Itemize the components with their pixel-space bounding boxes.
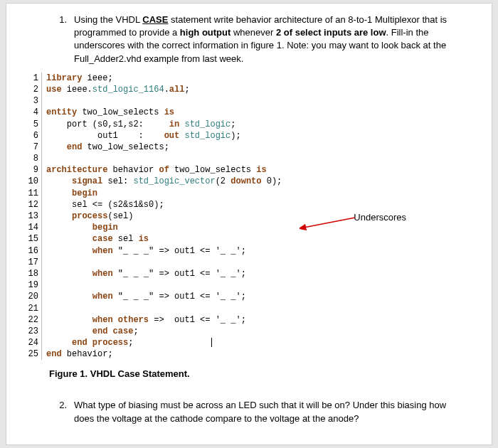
code-line: 5 port (s0,s1,s2: in std_logic; bbox=[23, 119, 463, 130]
line-number: 23 bbox=[23, 326, 42, 337]
code-listing: Underscores 1library ieee;2use ieee.std_… bbox=[21, 73, 463, 361]
code-content: architecture behavior of two_low_selects… bbox=[46, 164, 267, 176]
code-line: 7 end two_low_selects; bbox=[23, 142, 463, 153]
code-line: 16 when "_ _ _" => out1 <= '_ _'; bbox=[23, 245, 463, 257]
line-number: 15 bbox=[23, 233, 42, 245]
question-1-text: Using the VHDL CASE statement write beha… bbox=[74, 14, 463, 65]
line-number: 9 bbox=[23, 164, 42, 176]
code-line: 14 begin bbox=[23, 222, 463, 233]
line-number: 19 bbox=[23, 279, 42, 291]
code-line: 15 case sel is bbox=[23, 233, 463, 245]
code-content: process(sel) bbox=[46, 210, 133, 222]
code-content: port (s0,s1,s2: in std_logic; bbox=[46, 119, 235, 130]
line-number: 14 bbox=[23, 222, 42, 233]
line-number: 20 bbox=[23, 291, 42, 302]
code-content: entity two_low_selects is bbox=[46, 107, 174, 118]
question-1: 1. Using the VHDL CASE statement write b… bbox=[56, 14, 463, 65]
code-line: 9architecture behavior of two_low_select… bbox=[23, 164, 463, 176]
code-line: 10 signal sel: std_logic_vector(2 downto… bbox=[23, 176, 463, 187]
code-line: 1library ieee; bbox=[23, 73, 463, 84]
code-content: end two_low_selects; bbox=[46, 142, 169, 153]
code-line: 22 when others => out1 <= '_ _'; bbox=[23, 314, 463, 326]
code-line: 23 end case; bbox=[23, 326, 463, 337]
figure-caption: Figure 1. VHDL Case Statement. bbox=[21, 368, 463, 379]
line-number: 18 bbox=[23, 268, 42, 279]
code-line: 3 bbox=[23, 95, 463, 107]
code-content: end behavior; bbox=[46, 348, 113, 360]
code-content: when "_ _ _" => out1 <= '_ _'; bbox=[46, 291, 246, 302]
code-line: 8 bbox=[23, 153, 463, 164]
code-content: signal sel: std_logic_vector(2 downto 0)… bbox=[46, 176, 282, 187]
line-number: 5 bbox=[23, 119, 42, 130]
code-content: case sel is bbox=[46, 233, 149, 245]
code-content: out1 : out std_logic); bbox=[46, 130, 241, 142]
text-cursor bbox=[211, 338, 212, 347]
code-line: 6 out1 : out std_logic); bbox=[23, 130, 463, 142]
line-number: 4 bbox=[23, 107, 42, 118]
code-content: when "_ _ _" => out1 <= '_ _'; bbox=[46, 245, 246, 257]
arrow-icon bbox=[300, 216, 356, 230]
line-number: 13 bbox=[23, 210, 42, 222]
line-number: 25 bbox=[23, 348, 42, 360]
code-content: when "_ _ _" => out1 <= '_ _'; bbox=[46, 268, 246, 279]
code-line: 11 begin bbox=[23, 188, 463, 199]
code-line: 2use ieee.std_logic_1164.all; bbox=[23, 84, 463, 95]
question-2: 2. What type of biasing must be across a… bbox=[56, 399, 463, 425]
code-content: use ieee.std_logic_1164.all; bbox=[46, 84, 190, 95]
line-number: 11 bbox=[23, 188, 42, 199]
code-content: begin bbox=[46, 188, 97, 199]
line-number: 24 bbox=[23, 337, 42, 348]
line-number: 1 bbox=[23, 73, 42, 84]
code-content: when others => out1 <= '_ _'; bbox=[46, 314, 246, 326]
code-content: library ieee; bbox=[46, 73, 113, 84]
code-line: 25end behavior; bbox=[23, 348, 463, 360]
code-content: end case; bbox=[46, 326, 139, 337]
line-number: 3 bbox=[23, 95, 42, 107]
code-content: sel <= (s2&s1&s0); bbox=[46, 199, 164, 210]
question-1-number: 1. bbox=[56, 14, 74, 65]
annotation-underscores: Underscores bbox=[354, 211, 406, 224]
line-number: 10 bbox=[23, 176, 42, 187]
question-2-number: 2. bbox=[56, 399, 74, 425]
line-number: 12 bbox=[23, 199, 42, 210]
code-content: end process; bbox=[46, 337, 212, 348]
line-number: 7 bbox=[23, 142, 42, 153]
code-line: 18 when "_ _ _" => out1 <= '_ _'; bbox=[23, 268, 463, 279]
code-line: 4entity two_low_selects is bbox=[23, 107, 463, 118]
document-page: 1. Using the VHDL CASE statement write b… bbox=[6, 3, 492, 445]
code-line: 20 when "_ _ _" => out1 <= '_ _'; bbox=[23, 291, 463, 302]
code-line: 24 end process; bbox=[23, 337, 463, 348]
line-number: 6 bbox=[23, 130, 42, 142]
line-number: 8 bbox=[23, 153, 42, 164]
line-number: 22 bbox=[23, 314, 42, 326]
line-number: 21 bbox=[23, 303, 42, 314]
code-content: begin bbox=[46, 222, 118, 233]
code-line: 19 bbox=[23, 279, 463, 291]
line-number: 2 bbox=[23, 84, 42, 95]
code-line: 12 sel <= (s2&s1&s0); bbox=[23, 199, 463, 210]
line-number: 17 bbox=[23, 257, 42, 268]
line-number: 16 bbox=[23, 245, 42, 257]
question-2-text: What type of biasing must be across an L… bbox=[74, 399, 463, 425]
code-line: 21 bbox=[23, 303, 463, 314]
code-line: 17 bbox=[23, 257, 463, 268]
svg-line-0 bbox=[304, 218, 355, 228]
